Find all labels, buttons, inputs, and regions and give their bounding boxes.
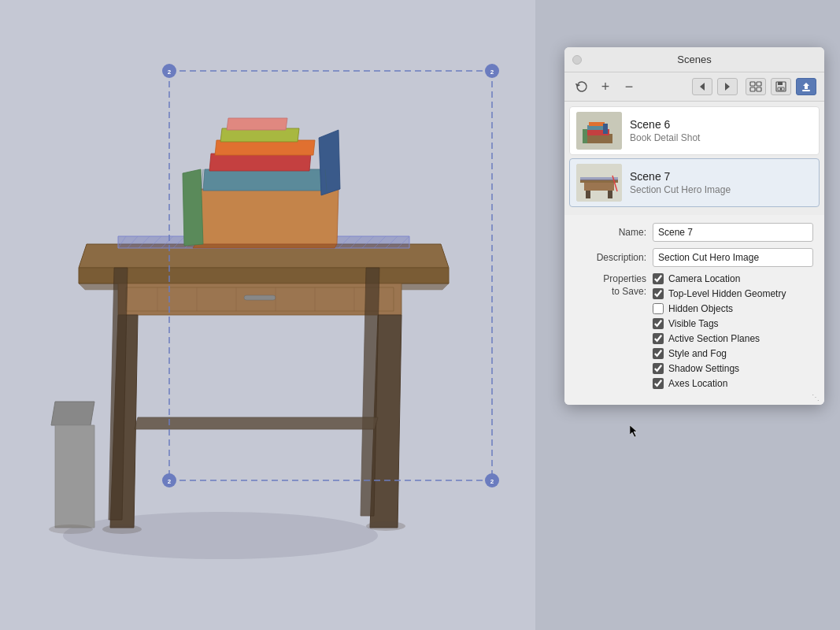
top-hidden-geo-checkbox[interactable] [653, 288, 664, 299]
svg-marker-48 [203, 169, 327, 191]
description-label: Description: [575, 252, 646, 263]
active-sections-checkbox-row[interactable]: Active Section Planes [653, 333, 813, 344]
svg-marker-83 [803, 83, 809, 89]
move-right-button[interactable] [717, 78, 738, 95]
style-fog-checkbox-row[interactable]: Style and Fog [653, 348, 813, 359]
active-sections-checkbox[interactable] [653, 333, 664, 344]
svg-point-70 [366, 521, 405, 531]
svg-rect-95 [586, 191, 590, 198]
shadow-settings-checkbox-row[interactable]: Shadow Settings [653, 363, 813, 374]
svg-marker-51 [220, 128, 299, 142]
properties-area: Name: Description: Properties to Save: C… [564, 215, 824, 405]
shadow-settings-checkbox[interactable] [653, 363, 664, 374]
scene-6-name: Scene 6 [630, 118, 812, 131]
hidden-objects-label: Hidden Objects [668, 303, 733, 314]
svg-marker-49 [209, 154, 311, 171]
camera-location-checkbox-row[interactable]: Camera Location [653, 273, 813, 284]
style-fog-label: Style and Fog [668, 348, 727, 359]
resize-handle[interactable]: ⋱ [812, 393, 820, 402]
panel-close-button[interactable] [572, 55, 582, 65]
svg-point-69 [102, 524, 142, 534]
top-hidden-geo-label: Top-Level Hidden Geometry [668, 288, 786, 299]
style-fog-checkbox[interactable] [653, 348, 664, 359]
viewport: 2 2 2 2 [0, 0, 535, 630]
name-row: Name: [575, 223, 813, 242]
svg-marker-53 [319, 130, 340, 195]
svg-marker-46 [195, 189, 339, 244]
visible-tags-checkbox-row[interactable]: Visible Tags [653, 318, 813, 329]
panel-toolbar: + − [564, 72, 824, 102]
svg-rect-96 [608, 191, 612, 198]
scene-6-description: Book Detail Shot [630, 132, 812, 143]
name-label: Name: [575, 227, 646, 238]
axes-location-checkbox-row[interactable]: Axes Location [653, 378, 813, 389]
checkboxes-column: Camera Location Top-Level Hidden Geometr… [653, 273, 813, 389]
scene-6-thumbnail [576, 112, 622, 150]
svg-rect-89 [589, 122, 605, 126]
svg-text:2: 2 [490, 69, 494, 76]
svg-point-71 [49, 524, 93, 534]
svg-rect-90 [603, 124, 608, 134]
svg-rect-78 [757, 87, 761, 91]
svg-rect-77 [750, 87, 755, 91]
scene-7-description: Section Cut Hero Image [630, 184, 812, 195]
svg-rect-75 [750, 82, 755, 86]
svg-marker-52 [227, 118, 287, 130]
panel-title: Scenes [677, 54, 711, 65]
svg-line-55 [202, 169, 203, 191]
description-input[interactable] [653, 248, 813, 267]
svg-marker-43 [135, 417, 378, 429]
description-row: Description: [575, 248, 813, 267]
svg-point-82 [780, 88, 783, 91]
scene-7-thumbnail [576, 164, 622, 202]
name-input[interactable] [653, 223, 813, 242]
scene-item-6[interactable]: Scene 6 Book Detail Shot [569, 106, 820, 155]
grid-view-button[interactable] [746, 78, 766, 95]
move-left-button[interactable] [692, 78, 712, 95]
svg-rect-97 [580, 177, 618, 180]
refresh-button[interactable] [572, 77, 591, 96]
svg-text:2: 2 [168, 478, 172, 485]
svg-rect-80 [778, 82, 783, 85]
scenes-list: Scene 6 Book Detail Shot [564, 102, 824, 215]
svg-rect-94 [584, 183, 614, 191]
add-scene-button[interactable]: + [596, 77, 615, 96]
svg-marker-74 [725, 83, 730, 91]
svg-rect-6 [244, 295, 276, 300]
camera-location-checkbox[interactable] [653, 273, 664, 284]
export-button[interactable] [796, 78, 816, 95]
svg-marker-2 [79, 268, 449, 284]
visible-tags-checkbox[interactable] [653, 318, 664, 329]
svg-marker-44 [51, 402, 94, 425]
svg-rect-84 [802, 90, 810, 91]
svg-marker-45 [55, 425, 94, 528]
properties-to-save-label: Properties to Save: [575, 273, 646, 298]
svg-rect-91 [583, 129, 587, 143]
scene-7-name: Scene 7 [630, 170, 812, 183]
svg-text:2: 2 [168, 69, 172, 76]
hidden-objects-checkbox-row[interactable]: Hidden Objects [653, 303, 813, 314]
svg-marker-50 [215, 140, 315, 155]
top-hidden-geo-checkbox-row[interactable]: Top-Level Hidden Geometry [653, 288, 813, 299]
svg-marker-73 [700, 83, 705, 91]
svg-text:2: 2 [490, 478, 494, 485]
properties-to-save-row: Properties to Save: Camera Location Top-… [575, 273, 813, 389]
axes-location-label: Axes Location [668, 378, 727, 389]
save-view-button[interactable] [771, 78, 791, 95]
svg-marker-99 [630, 425, 637, 437]
hidden-objects-checkbox[interactable] [653, 303, 664, 314]
svg-rect-76 [757, 82, 761, 86]
visible-tags-label: Visible Tags [668, 318, 719, 329]
scene-container: 2 2 2 2 [0, 0, 535, 630]
scenes-panel: Scenes + − [564, 47, 824, 405]
camera-location-label: Camera Location [668, 273, 740, 284]
scene-7-info: Scene 7 Section Cut Hero Image [630, 170, 812, 195]
shadow-settings-label: Shadow Settings [668, 363, 739, 374]
remove-scene-button[interactable]: − [620, 77, 638, 96]
scene-item-7[interactable]: Scene 7 Section Cut Hero Image [569, 158, 820, 207]
svg-marker-54 [183, 169, 203, 246]
axes-location-checkbox[interactable] [653, 378, 664, 389]
svg-marker-47 [193, 244, 337, 248]
scene-6-info: Scene 6 Book Detail Shot [630, 118, 812, 143]
panel-titlebar: Scenes [564, 47, 824, 72]
